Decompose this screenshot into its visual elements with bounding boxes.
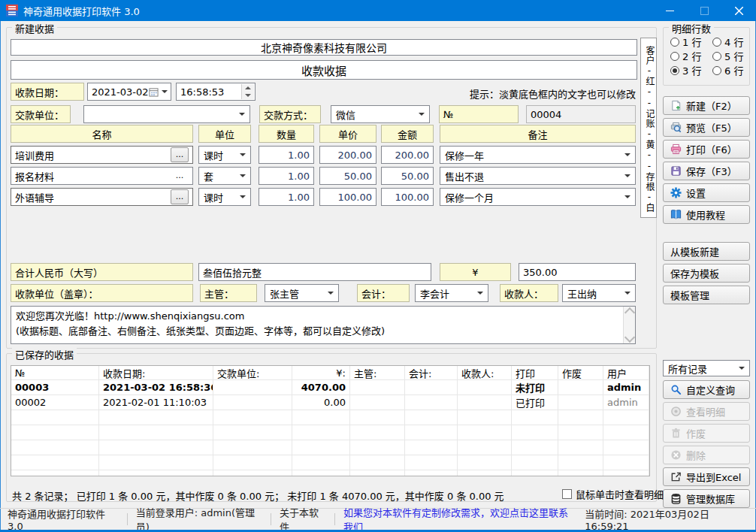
about-link[interactable]: 关于本软件 — [280, 505, 326, 532]
company-name-field[interactable]: 北京神奇像素科技有限公司 — [11, 39, 637, 56]
radio-rows-5[interactable]: 5 行 — [712, 49, 743, 63]
saved-receipts-group-label: 已保存的收据 — [12, 347, 77, 361]
view-detail-button[interactable]: 查看明细 — [663, 402, 750, 421]
chevron-down-icon — [624, 153, 631, 156]
item-remark-combobox[interactable]: 保修一个月 — [440, 188, 636, 206]
item-remark-combobox[interactable]: 保修一年 — [440, 146, 636, 164]
radio-rows-3[interactable]: 3 行 — [670, 63, 701, 77]
item-qty-field[interactable]: 1.00 — [259, 188, 314, 206]
accountant-label-field[interactable]: 会计： — [357, 284, 410, 302]
delete-button[interactable]: 删除 — [663, 446, 750, 464]
save-button[interactable]: 保存（F3） — [663, 162, 750, 180]
button-label: 作废 — [686, 426, 706, 440]
item-unit-combobox[interactable]: 套 — [198, 167, 251, 185]
minimize-button[interactable] — [652, 0, 687, 21]
date-label-field[interactable]: 收款日期： — [11, 83, 84, 101]
tutorial-button[interactable]: 使用教程 — [663, 205, 750, 224]
payee-combobox[interactable]: 王出纳 — [562, 284, 636, 302]
payee-value: 王出纳 — [567, 286, 597, 301]
records-summary-text: 共 2 条记录； 已打印 1 条 0.00 元，其中作废 0 条 0.00 元；… — [12, 488, 504, 503]
total-words-field[interactable]: 叁佰伍拾元整 — [198, 263, 431, 281]
checkbox-icon — [562, 489, 572, 499]
close-icon — [735, 7, 743, 15]
item-amount-field[interactable]: 200.00 — [381, 146, 434, 164]
header-date: 收款日期: — [99, 366, 213, 379]
item-amount-field[interactable]: 50.00 — [381, 167, 434, 185]
item-price-field[interactable]: 200.00 — [319, 146, 376, 164]
date-picker[interactable]: 2021-03-02 — [87, 83, 171, 101]
radio-label: 1 行 — [682, 35, 701, 49]
total-words-label-field[interactable]: 合计人民币（大写） — [11, 263, 193, 281]
radio-rows-2[interactable]: 2 行 — [670, 49, 701, 63]
window-title: 神奇通用收据打印软件 3.0 — [23, 4, 140, 18]
separator — [127, 513, 128, 525]
item-unit-combobox[interactable]: 课时 — [198, 146, 251, 164]
export-excel-button[interactable]: 导出到Excel — [663, 467, 750, 486]
item-unit-combobox[interactable]: 课时 — [198, 188, 251, 206]
item-name-field[interactable]: 报名材料 ... — [11, 167, 193, 185]
item-name-field[interactable]: 培训费用 ... — [11, 146, 193, 164]
receipt-no-label-field[interactable]: № — [439, 105, 519, 123]
browse-button[interactable]: ... — [171, 168, 189, 183]
calendar-icon — [149, 87, 159, 97]
settings-button[interactable]: 设置 — [663, 183, 750, 202]
header-accountant: 会计: — [405, 366, 458, 379]
seal-label-field[interactable]: 收款单位（盖章）： — [11, 284, 193, 302]
item-price-field[interactable]: 100.00 — [319, 188, 376, 206]
textarea-scrollbar[interactable] — [623, 307, 635, 343]
click-detail-option[interactable]: 鼠标单击时查看明细 — [562, 487, 664, 501]
table-row[interactable]: 00002 2021-02-01 11:10:03 0.00 已打印 admin — [11, 395, 649, 410]
radio-label: 3 行 — [682, 63, 701, 77]
records-filter-combobox[interactable]: 所有记录 — [663, 360, 750, 376]
payer-label-field[interactable]: 交款单位： — [11, 105, 71, 123]
print-button[interactable]: 打印（F6） — [663, 140, 750, 159]
item-name-value: 报名材料 — [15, 169, 54, 183]
radio-rows-4[interactable]: 4 行 — [712, 35, 743, 49]
time-spinner[interactable]: 16:58:53 — [176, 83, 256, 101]
manager-combobox[interactable]: 张主管 — [265, 284, 339, 302]
accountant-combobox[interactable]: 李会计 — [415, 284, 488, 302]
currency-label-field[interactable]: ¥ — [440, 263, 511, 281]
radio-rows-6[interactable]: 6 行 — [712, 63, 743, 77]
item-remark-combobox[interactable]: 售出不退 — [440, 167, 636, 185]
receipt-title-field[interactable]: 收款收据 — [11, 60, 637, 80]
button-label: 查看明细 — [686, 404, 725, 419]
button-label: 删除 — [686, 448, 706, 462]
table-row[interactable]: 00003 2021-03-02 16:58:36 4070.00 未打印 ad… — [11, 380, 649, 395]
chevron-down-icon — [739, 367, 745, 370]
maximize-button[interactable] — [687, 0, 721, 21]
spinner-buttons[interactable] — [241, 84, 254, 99]
manage-database-button[interactable]: 管理数据库 — [663, 489, 750, 508]
saved-receipts-table: № 收款日期: 交款单位: ¥: 主管: 会计: 收款人: 打印 作废 用户 0… — [11, 365, 650, 476]
radio-label: 4 行 — [724, 35, 743, 49]
save-as-template-button[interactable]: 保存为模板 — [663, 264, 750, 283]
item-qty-field[interactable]: 1.00 — [259, 146, 314, 164]
payer-combobox[interactable] — [83, 105, 250, 123]
total-amount-field[interactable]: 350.00 — [519, 263, 636, 281]
delete-circle-icon — [670, 449, 682, 461]
browse-button[interactable]: ... — [171, 189, 189, 204]
browse-button[interactable]: ... — [171, 147, 189, 162]
void-button[interactable]: 作废 — [663, 424, 750, 443]
radio-rows-1[interactable]: 1 行 — [670, 35, 701, 49]
payee-label-field[interactable]: 收款人： — [500, 284, 558, 302]
close-button[interactable] — [721, 0, 756, 21]
button-label: 打印（F6） — [686, 142, 737, 156]
column-header-remark: 备注 — [440, 125, 636, 143]
new-button[interactable]: 新建（F2） — [663, 96, 750, 115]
payment-method-label-field[interactable]: 交款方式： — [259, 105, 321, 123]
button-label: 保存为模板 — [670, 266, 719, 280]
preview-button[interactable]: 预览（F5） — [663, 118, 750, 137]
manager-label-field[interactable]: 主管： — [200, 284, 257, 302]
item-qty-field[interactable]: 1.00 — [259, 167, 314, 185]
item-name-field[interactable]: 外语辅导 ... — [11, 188, 193, 206]
cell-void-status — [558, 380, 603, 394]
contact-link[interactable]: 如果您对本软件有定制修改需求，欢迎点击这里联系我们 — [343, 505, 576, 532]
item-amount-field[interactable]: 100.00 — [381, 188, 434, 206]
footer-note-textarea[interactable]: 欢迎您再次光临！http://www.shenqixiangsu.com (收据… — [11, 306, 636, 344]
payment-method-combobox[interactable]: 微信 — [331, 105, 430, 123]
template-manage-button[interactable]: 模板管理 — [663, 286, 750, 304]
custom-query-button[interactable]: 自定义查询 — [663, 380, 750, 399]
item-price-field[interactable]: 50.00 — [319, 167, 376, 185]
new-from-template-button[interactable]: 从模板新建 — [663, 242, 750, 261]
